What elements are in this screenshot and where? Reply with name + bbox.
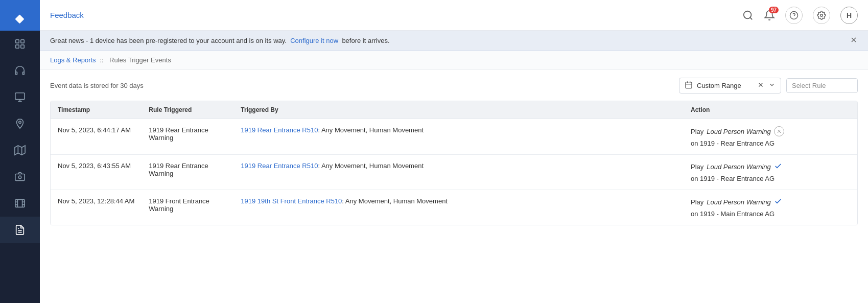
breadcrumb-separator: :: (100, 56, 103, 64)
svg-rect-0 (15, 14, 24, 24)
content-area: Event data is stored for 30 days Custom … (40, 69, 868, 303)
topbar-actions: 97 H (742, 7, 858, 24)
events-table: Timestamp Rule Triggered Triggered By Ac… (50, 101, 858, 225)
svg-rect-3 (16, 45, 19, 48)
action-suffix: on 1919 - Main Entrance AG (691, 210, 775, 218)
sidebar-item-reports[interactable] (0, 217, 40, 243)
col-header-timestamp: Timestamp (51, 101, 142, 119)
sidebar-item-dashboard[interactable] (0, 31, 40, 57)
action-check-icon (774, 197, 782, 207)
action-suffix: on 1919 - Rear Entrance AG (691, 139, 775, 147)
svg-marker-11 (15, 146, 25, 155)
filter-group: Custom Range Select Rule (679, 78, 858, 94)
svg-line-26 (750, 17, 752, 19)
table-header-row: Timestamp Rule Triggered Triggered By Ac… (51, 101, 857, 119)
action-italic: Loud Person Warning (707, 198, 771, 206)
action-check-icon (774, 162, 782, 172)
svg-rect-5 (16, 72, 17, 75)
svg-point-25 (744, 11, 752, 18)
topbar: Feedback 97 (40, 0, 868, 31)
page-title: Feedback (50, 11, 742, 19)
breadcrumb-parent[interactable]: Logs & Reports (50, 56, 96, 64)
cell-triggered-by: 1919 Rear Entrance R510: Any Movement, H… (233, 119, 684, 155)
svg-rect-2 (21, 40, 24, 43)
svg-point-29 (820, 14, 823, 16)
svg-point-15 (18, 176, 21, 179)
sidebar (0, 0, 40, 303)
sidebar-item-filmstrip[interactable] (0, 190, 40, 217)
cell-triggered-by: 1919 19th St Front Entrance R510: Any Mo… (233, 190, 684, 225)
cell-action: Play Loud Person Warningon 1919 - Rear E… (684, 155, 857, 190)
triggered-by-link[interactable]: 1919 Rear Entrance R510 (241, 162, 318, 170)
col-header-action: Action (684, 101, 857, 119)
action-italic: Loud Person Warning (707, 163, 771, 171)
action-x-circle-icon (774, 126, 784, 136)
svg-rect-1 (16, 40, 19, 43)
cell-action: Play Loud Person Warningon 1919 - Rear E… (684, 119, 857, 155)
svg-rect-14 (15, 174, 25, 181)
cell-rule: 1919 Rear Entrance Warning (142, 155, 233, 190)
cell-rule: 1919 Front Entrance Warning (142, 190, 233, 225)
breadcrumb: Logs & Reports :: Rules Trigger Events (40, 51, 868, 69)
triggered-by-link[interactable]: 1919 19th St Front Entrance R510 (241, 197, 342, 205)
sidebar-item-camera[interactable] (0, 164, 40, 190)
sidebar-item-location[interactable] (0, 110, 40, 137)
cell-timestamp: Nov 5, 2023, 6:43:55 AM (51, 155, 142, 190)
storage-note: Event data is stored for 30 days (50, 82, 144, 89)
cell-timestamp: Nov 5, 2023, 6:44:17 AM (51, 119, 142, 155)
sidebar-item-map[interactable] (0, 137, 40, 164)
svg-point-10 (19, 121, 21, 124)
settings-icon[interactable] (813, 7, 830, 24)
svg-rect-6 (23, 72, 25, 75)
range-label: Custom Range (697, 82, 753, 89)
range-caret-icon (768, 81, 776, 90)
breadcrumb-current: Rules Trigger Events (109, 56, 171, 64)
logo[interactable] (0, 0, 40, 31)
banner: Great news - 1 device has been pre-regis… (40, 31, 868, 51)
action-italic: Loud Person Warning (707, 128, 771, 135)
custom-range-selector[interactable]: Custom Range (679, 78, 781, 94)
main-panel: Feedback 97 (40, 0, 868, 303)
banner-configure-link[interactable]: Configure it now (290, 37, 338, 44)
col-header-rule: Rule Triggered (142, 101, 233, 119)
sidebar-item-monitor[interactable] (0, 84, 40, 110)
svg-rect-32 (686, 82, 692, 88)
table-row: Nov 5, 2023, 6:43:55 AM1919 Rear Entranc… (51, 155, 857, 190)
svg-rect-16 (15, 200, 25, 207)
svg-rect-4 (21, 45, 24, 48)
help-icon[interactable] (785, 7, 803, 24)
triggered-by-link[interactable]: 1919 Rear Entrance R510 (241, 126, 318, 134)
sidebar-item-headset[interactable] (0, 57, 40, 84)
range-clear-button[interactable] (757, 81, 764, 90)
cell-action: Play Loud Person Warningon 1919 - Main E… (684, 190, 857, 225)
search-icon[interactable] (742, 10, 754, 21)
cell-rule: 1919 Rear Entrance Warning (142, 119, 233, 155)
action-suffix: on 1919 - Rear Entrance AG (691, 175, 775, 182)
notification-badge: 97 (769, 7, 779, 13)
cell-triggered-by: 1919 Rear Entrance R510: Any Movement, H… (233, 155, 684, 190)
svg-rect-7 (15, 93, 25, 100)
avatar[interactable]: H (840, 7, 858, 24)
banner-text: Great news - 1 device has been pre-regis… (50, 37, 390, 44)
table-row: Nov 5, 2023, 12:28:44 AM1919 Front Entra… (51, 190, 857, 225)
cell-timestamp: Nov 5, 2023, 12:28:44 AM (51, 190, 142, 225)
notifications-icon[interactable]: 97 (764, 10, 775, 21)
toolbar: Event data is stored for 30 days Custom … (50, 78, 858, 94)
calendar-icon (685, 81, 693, 90)
banner-close-button[interactable] (850, 36, 858, 45)
table-row: Nov 5, 2023, 6:44:17 AM1919 Rear Entranc… (51, 119, 857, 155)
select-rule-dropdown[interactable]: Select Rule (786, 78, 858, 93)
col-header-triggered-by: Triggered By (233, 101, 684, 119)
